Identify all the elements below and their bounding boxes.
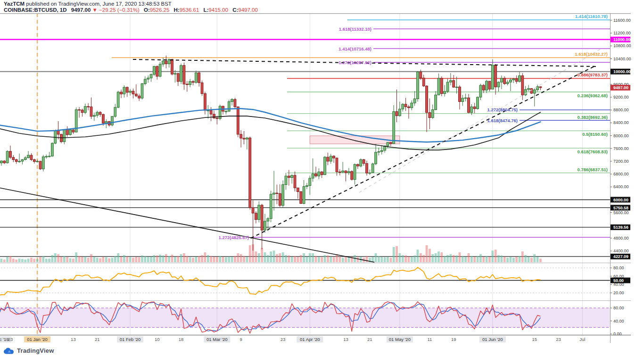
volume-bar — [524, 255, 527, 262]
chart-area[interactable]: 1.414(11610.78)1.618(11332.10)1.414(1071… — [0, 13, 644, 343]
price-tick-label: 8000.00 — [613, 133, 629, 138]
volume-bar — [288, 256, 290, 262]
candle — [519, 76, 521, 82]
candle — [261, 205, 263, 230]
price-badge-label: 9497.00 — [613, 85, 628, 90]
volume-bar — [99, 258, 101, 262]
fib-level-label: 1.272(10287.92) — [339, 60, 372, 65]
volume-bar — [449, 254, 452, 262]
volume-bar — [297, 257, 299, 262]
candle — [258, 205, 260, 220]
volume-bar — [3, 259, 6, 262]
price-tick-label: 8400.00 — [613, 120, 629, 125]
price-chart-svg[interactable]: 1.414(11610.78)1.618(11332.10)1.414(1071… — [0, 13, 644, 343]
volume-bar — [519, 256, 521, 262]
volume-bar — [473, 257, 476, 262]
volume-bar — [420, 253, 422, 262]
candle — [39, 161, 41, 169]
price-tick-label: 7200.00 — [613, 159, 629, 164]
price-tick-label: 8800.00 — [613, 108, 629, 112]
time-axis-label: 13 — [71, 337, 76, 342]
volume-bar — [111, 258, 114, 263]
volume-bar — [30, 258, 33, 263]
fib-level-label: 0.618(7608.83) — [578, 149, 608, 154]
volume-bar — [210, 256, 212, 262]
candle — [282, 185, 284, 206]
candle — [363, 160, 365, 164]
volume-bar — [318, 257, 320, 262]
volume-bar — [24, 259, 26, 262]
candle — [500, 78, 503, 82]
volume-bar — [105, 257, 107, 262]
volume-bar — [120, 257, 123, 262]
time-axis-label: Jul — [579, 337, 585, 342]
volume-bar — [342, 258, 344, 263]
candle — [440, 78, 443, 94]
candle — [351, 172, 353, 180]
candle — [252, 208, 254, 213]
volume-bar — [530, 258, 533, 263]
volume-bar — [6, 257, 8, 262]
candle — [380, 150, 383, 152]
candle — [192, 82, 194, 83]
publisher-name: YazTCM — [4, 1, 25, 7]
volume-bar — [267, 255, 269, 262]
volume-bar — [453, 255, 455, 262]
time-axis-label: 21 — [367, 337, 372, 342]
low-label: L: — [203, 7, 208, 13]
volume-bar — [270, 251, 272, 262]
high-value: 9536.61 — [180, 7, 199, 13]
candle — [471, 107, 473, 112]
candle — [195, 73, 197, 82]
candle — [360, 160, 362, 166]
symbol-line: COINBASE:BTCUSD, 1D 9497.00 ▼ −29.25 (−0… — [4, 7, 258, 13]
volume-bar — [431, 254, 434, 262]
candle — [30, 155, 33, 160]
volume-bar — [204, 252, 206, 262]
volume-bar — [126, 257, 128, 262]
volume-bar — [81, 257, 83, 262]
tradingview-logo[interactable]: TradingView — [4, 347, 54, 354]
candle — [204, 94, 206, 110]
candle — [342, 171, 344, 172]
candle — [117, 92, 119, 108]
volume-bar — [207, 255, 209, 262]
time-axis-label: 01 May '20 — [389, 337, 411, 342]
price-tick-label: 4400.00 — [613, 249, 629, 253]
footer: TradingView — [0, 343, 644, 357]
candle — [93, 116, 95, 116]
candle — [276, 193, 278, 193]
price-change: −29.25 (−0.31%) — [99, 7, 140, 13]
volume-bar — [117, 253, 119, 262]
time-axis-label: 23 — [8, 337, 13, 342]
volume-bar — [384, 257, 386, 262]
volume-bar — [48, 258, 50, 262]
volume-bar — [504, 257, 506, 262]
candle — [201, 83, 203, 93]
candle — [231, 100, 233, 102]
volume-bar — [141, 256, 143, 262]
volume-bar — [375, 253, 377, 262]
volume-bar — [75, 252, 77, 262]
volume-bar — [150, 257, 152, 262]
fib-level-label: 0.236(9362.68) — [578, 93, 608, 98]
fib-level-label: 1.618(8474.76) — [487, 118, 518, 123]
candle — [255, 213, 257, 220]
volume-bar — [413, 256, 416, 262]
volume-bar — [345, 257, 347, 262]
candle — [366, 164, 368, 173]
volume-bar — [380, 257, 383, 262]
candle — [84, 107, 86, 113]
candle — [249, 138, 251, 208]
candle — [324, 157, 326, 174]
candle — [24, 158, 26, 159]
candle — [375, 152, 377, 164]
candle — [141, 84, 143, 99]
candle — [138, 96, 140, 98]
volume-bar — [405, 256, 407, 262]
volume-bar — [72, 258, 74, 262]
candle — [533, 90, 536, 93]
candle — [521, 76, 524, 95]
candle — [27, 155, 30, 158]
volume-bar — [387, 257, 389, 262]
